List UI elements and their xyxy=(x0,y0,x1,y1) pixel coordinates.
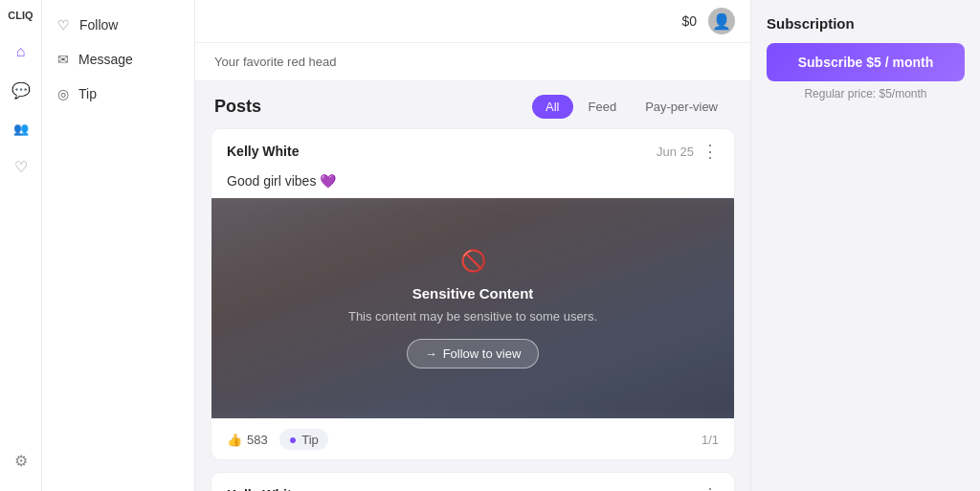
profile-tagline: Your favorite red head xyxy=(195,43,750,81)
follow-to-view-label: Follow to view xyxy=(443,346,522,361)
post-1-likes: 583 xyxy=(247,433,268,447)
nav-home-button[interactable]: ⌂ xyxy=(6,36,36,67)
post-1-date: Jun 25 xyxy=(657,145,694,159)
post-1-caption: Good girl vibes 💜 xyxy=(212,173,734,198)
nav-likes-button[interactable]: ♡ xyxy=(6,151,36,182)
message-icon: ✉ xyxy=(57,52,69,67)
post-1-more-button[interactable]: ⋮ xyxy=(702,141,719,162)
tagline-text: Your favorite red head xyxy=(214,55,336,69)
thumbs-up-icon: 👍 xyxy=(227,433,242,447)
post-2-meta: Jun 25 ⋮ xyxy=(657,484,719,491)
logo-text: CLIQ xyxy=(8,10,33,21)
sensitive-desc: This content may be sensitive to some us… xyxy=(348,309,597,324)
home-icon: ⌂ xyxy=(16,43,26,60)
sidebar-message-label: Message xyxy=(78,52,133,67)
post-1-footer: 👍 583 ● Tip 1/1 xyxy=(212,418,734,459)
sidebar-item-tip[interactable]: ◎ Tip xyxy=(42,77,194,111)
sidebar-item-message[interactable]: ✉ Message xyxy=(42,42,194,77)
nav-settings-button[interactable]: ⚙ xyxy=(6,445,36,476)
subscribe-button[interactable]: Subscribe $5 / month xyxy=(767,43,965,81)
post-1-meta: Jun 25 ⋮ xyxy=(657,141,719,162)
nav-chat-button[interactable]: 💬 xyxy=(6,75,36,105)
post-2-header: Kelly White Jun 25 ⋮ xyxy=(212,473,734,491)
top-bar: $0 👤 xyxy=(195,0,750,43)
follow-arrow-icon: → xyxy=(425,346,437,361)
chat-icon: 💬 xyxy=(11,81,31,100)
nav-users-button[interactable]: 👥 xyxy=(6,113,36,144)
post-2-more-button[interactable]: ⋮ xyxy=(702,484,719,491)
heart-icon: ♡ xyxy=(14,158,28,176)
right-sidebar: Subscription Subscribe $5 / month Regula… xyxy=(750,0,980,491)
post-card-1: Kelly White Jun 25 ⋮ Good girl vibes 💜 🚫… xyxy=(211,128,735,460)
post-1-author: Kelly White xyxy=(227,144,299,159)
sensitive-title: Sensitive Content xyxy=(412,285,534,301)
users-icon: 👥 xyxy=(13,122,29,136)
account-icon: 👤 xyxy=(712,12,731,31)
post-2-author: Kelly White xyxy=(227,487,299,491)
post-1-counter: 1/1 xyxy=(702,433,719,447)
sensitive-eye-icon: 🚫 xyxy=(460,249,486,274)
filter-feed-button[interactable]: Feed xyxy=(575,95,631,119)
filter-ppv-button[interactable]: Pay-per-view xyxy=(632,95,731,119)
user-avatar-button[interactable]: 👤 xyxy=(708,8,735,34)
post-1-media: 🚫 Sensitive Content This content may be … xyxy=(212,198,734,418)
sidebar-tip-label: Tip xyxy=(78,86,97,101)
left-nav: CLIQ ⌂ 💬 👥 ♡ ⚙ xyxy=(0,0,42,491)
subscription-title: Subscription xyxy=(767,15,965,32)
secondary-sidebar: ♡ Follow ✉ Message ◎ Tip xyxy=(42,0,195,491)
settings-icon: ⚙ xyxy=(14,452,28,470)
posts-title: Posts xyxy=(214,97,261,117)
follow-icon: ♡ xyxy=(57,17,70,33)
regular-price-text: Regular price: $5/month xyxy=(767,87,965,100)
post-1-actions: 👍 583 ● Tip xyxy=(227,429,328,450)
sidebar-item-follow[interactable]: ♡ Follow xyxy=(42,8,194,42)
post-2-date: Jun 25 xyxy=(657,488,694,492)
post-1-header: Kelly White Jun 25 ⋮ xyxy=(212,129,734,173)
post-1-tip-label: Tip xyxy=(301,433,319,447)
follow-to-view-button[interactable]: → Follow to view xyxy=(407,339,540,368)
sidebar-follow-label: Follow xyxy=(79,17,118,33)
post-1-tip-button[interactable]: ● Tip xyxy=(279,429,328,450)
sensitive-overlay: 🚫 Sensitive Content This content may be … xyxy=(212,198,734,418)
app-logo: CLIQ xyxy=(0,10,41,21)
tip-circle-icon: ● xyxy=(289,432,297,447)
post-1-like-button[interactable]: 👍 583 xyxy=(227,433,268,447)
post-card-2: Kelly White Jun 25 ⋮ Come join me 😊 xyxy=(211,472,735,491)
filter-all-button[interactable]: All xyxy=(532,95,572,119)
main-content: $0 👤 Your favorite red head Posts All Fe… xyxy=(195,0,750,491)
balance-display: $0 xyxy=(681,13,697,29)
filter-tabs: All Feed Pay-per-view xyxy=(532,95,731,119)
posts-header: Posts All Feed Pay-per-view xyxy=(195,81,750,128)
tip-icon: ◎ xyxy=(57,86,69,101)
